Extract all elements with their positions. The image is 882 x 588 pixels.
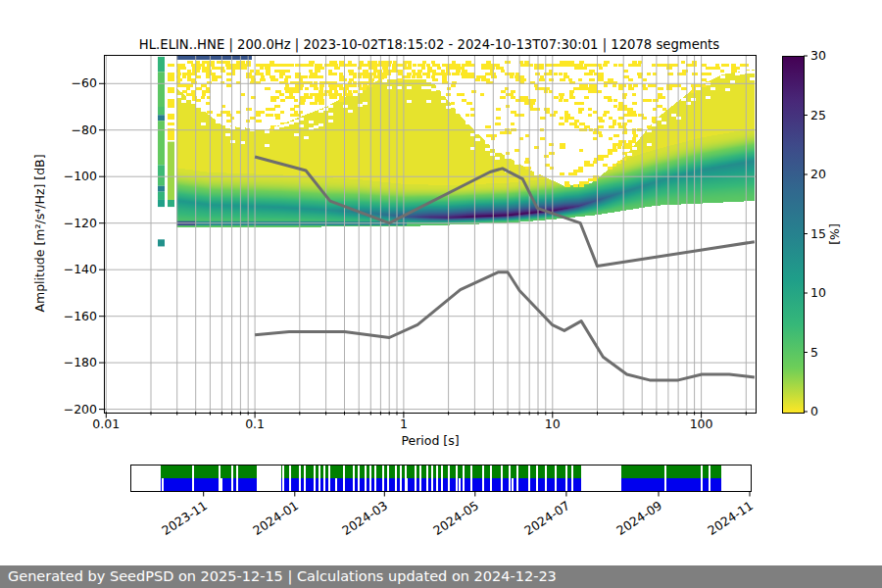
availability-gap bbox=[441, 466, 443, 491]
y-tick-label: −200 bbox=[52, 402, 97, 416]
availability-gap bbox=[395, 466, 397, 491]
x-tick-label: 0.1 bbox=[220, 416, 289, 431]
availability-gap bbox=[318, 466, 320, 491]
availability-gap bbox=[257, 466, 279, 491]
availability-gap bbox=[436, 466, 438, 491]
availability-gap bbox=[501, 466, 503, 491]
availability-gap bbox=[387, 466, 389, 491]
availability-gap bbox=[131, 466, 161, 491]
date-tick-label: 2024-09 bbox=[604, 498, 664, 544]
colorbar-tick-label: 25 bbox=[810, 108, 844, 122]
availability-gap bbox=[431, 466, 433, 491]
date-tick-label: 2024-01 bbox=[240, 498, 301, 544]
x-axis-label: Period [s] bbox=[106, 433, 755, 448]
availability-gap bbox=[282, 466, 284, 491]
availability-gap bbox=[323, 466, 325, 491]
y-tick-label: −100 bbox=[52, 169, 97, 183]
x-tick-label: 100 bbox=[667, 416, 736, 431]
date-tick-label: 2024-03 bbox=[330, 498, 391, 544]
y-tick-label: −60 bbox=[52, 75, 97, 90]
y-axis-label: Amplitude [m²/s⁴/Hz] [dB] bbox=[32, 154, 47, 312]
availability-gap bbox=[664, 466, 666, 491]
availability-gap bbox=[314, 466, 316, 491]
colorbar-tick-label: 5 bbox=[810, 345, 844, 360]
availability-gap bbox=[328, 466, 330, 491]
plot-title: HL.ELIN..HNE | 200.0Hz | 2023-10-02T18:1… bbox=[102, 37, 757, 52]
availability-gap bbox=[374, 466, 376, 491]
availability-gap bbox=[400, 466, 402, 491]
x-tick-label: 1 bbox=[369, 416, 438, 431]
availability-gap bbox=[528, 466, 530, 491]
availability-gap bbox=[236, 466, 238, 491]
ppsd-histogram-canvas bbox=[105, 56, 755, 412]
colorbar-tick-label: 30 bbox=[810, 48, 844, 63]
availability-gap bbox=[415, 466, 416, 491]
y-tick-label: −80 bbox=[52, 122, 97, 137]
availability-gap bbox=[192, 466, 194, 491]
footer-bar: Generated by SeedPSD on 2025-12-15 | Cal… bbox=[0, 565, 882, 588]
availability-gap bbox=[470, 466, 472, 491]
availability-gap bbox=[220, 478, 222, 491]
ppsd-figure: HL.ELIN..HNE | 200.0Hz | 2023-10-02T18:1… bbox=[0, 0, 882, 588]
availability-gap bbox=[509, 466, 511, 491]
colorbar bbox=[782, 56, 805, 414]
availability-gap bbox=[721, 466, 751, 491]
availability-gap bbox=[565, 466, 567, 491]
availability-gap bbox=[459, 478, 461, 491]
main-axes bbox=[104, 55, 757, 414]
availability-gap bbox=[490, 466, 492, 491]
date-tick-label: 2024-07 bbox=[512, 498, 572, 544]
availability-gap bbox=[289, 466, 291, 491]
availability-gap bbox=[270, 478, 271, 491]
date-tick-label: 2024-05 bbox=[420, 498, 481, 544]
availability-gap bbox=[353, 466, 355, 491]
date-tick-label: 2023-11 bbox=[149, 498, 210, 544]
colorbar-tick-label: 10 bbox=[810, 285, 844, 300]
availability-gap bbox=[369, 466, 371, 491]
availability-gap bbox=[299, 466, 301, 491]
availability-gap bbox=[571, 466, 573, 491]
availability-gap bbox=[419, 466, 421, 491]
availability-gap bbox=[365, 466, 367, 491]
availability-gap bbox=[456, 466, 458, 491]
y-tick-label: −140 bbox=[52, 262, 97, 276]
availability-gap bbox=[358, 466, 360, 491]
colorbar-tick-label: 0 bbox=[810, 404, 844, 418]
availability-gap bbox=[482, 466, 484, 491]
y-tick-label: −120 bbox=[52, 216, 97, 230]
availability-gap bbox=[545, 466, 547, 491]
availability-gap bbox=[463, 466, 465, 491]
availability-gap bbox=[516, 466, 518, 491]
y-tick-label: −180 bbox=[52, 355, 97, 369]
availability-gap bbox=[701, 466, 703, 491]
availability-gap bbox=[555, 466, 557, 491]
availability-gap bbox=[335, 478, 337, 491]
availability-gap bbox=[304, 466, 306, 491]
availability-gap bbox=[536, 466, 538, 491]
colorbar-tick-label: 20 bbox=[810, 167, 844, 181]
availability-gap bbox=[343, 466, 345, 491]
y-tick-label: −160 bbox=[52, 309, 97, 323]
availability-gap bbox=[231, 466, 233, 491]
x-tick-label: 0.01 bbox=[72, 416, 140, 431]
x-tick-label: 10 bbox=[518, 416, 587, 431]
availability-gap bbox=[581, 466, 621, 491]
availability-gap bbox=[426, 466, 428, 491]
footer-text: Generated by SeedPSD on 2025-12-15 | Cal… bbox=[0, 565, 882, 588]
availability-gap bbox=[406, 478, 408, 491]
availability-gap bbox=[382, 466, 384, 491]
availability-gap bbox=[512, 478, 514, 491]
availability-gap bbox=[709, 466, 710, 491]
colorbar-unit-label: [%] bbox=[827, 223, 842, 245]
availability-gap bbox=[448, 466, 450, 491]
availability-gap bbox=[279, 466, 281, 491]
availability-gap bbox=[162, 478, 164, 491]
date-tick-label: 2024-11 bbox=[695, 498, 756, 544]
availability-bar bbox=[130, 465, 752, 492]
